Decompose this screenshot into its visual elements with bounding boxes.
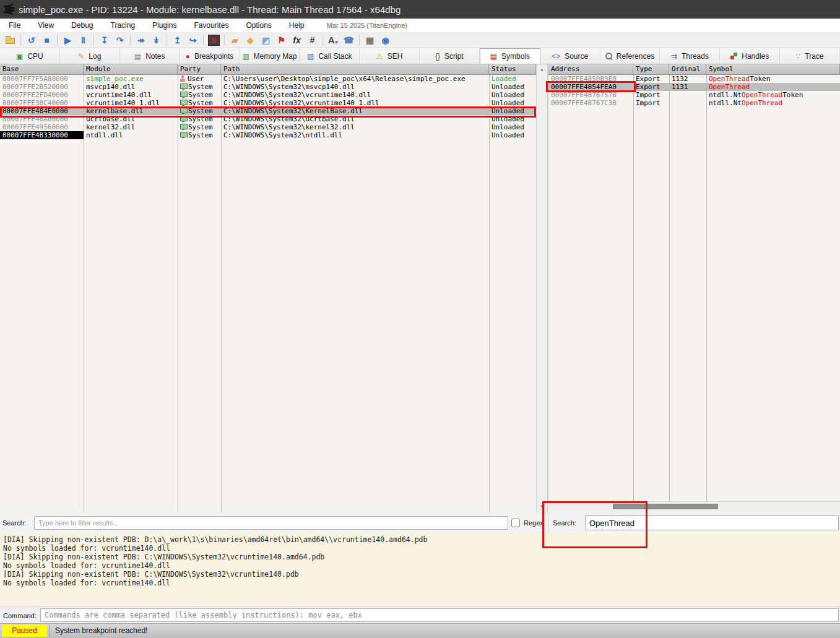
step-over-icon[interactable]: ↷ [112,34,128,46]
log-line: No symbols loaded for: vcruntime140.dll [3,544,837,553]
tab-seh[interactable]: ⚠SEH [360,48,420,64]
column-separator [489,75,490,512]
stop-icon[interactable]: ■ [39,34,54,46]
animate-over-icon[interactable]: ↡ [149,34,164,46]
tab-label: Call Stack [318,52,352,61]
column-header-address: Address [548,64,633,74]
modules-table: BaseModulePartyPathStatus 00007FF7F5A800… [0,64,536,512]
tab-log[interactable]: ✎Log [60,48,120,64]
tab-call-stack[interactable]: ▧Call Stack [300,48,360,64]
column-header-ordinal: Ordinal [669,64,706,74]
menu-plugins[interactable]: Plugins [144,19,185,32]
module-row[interactable]: 00007FFE4B330000ntdll.dllSystemC:\WINDOW… [0,131,536,139]
tab-references[interactable]: References [600,48,660,64]
open-file-icon[interactable] [2,34,18,46]
module-name: simple_poc.exe [84,75,178,83]
calculator-icon[interactable]: ▦ [362,34,378,46]
symbol-row[interactable]: 00007FFE48767578Importntdll.NtOpenThread… [548,91,840,99]
symbol-row[interactable]: 00007FFE4850B9E0Export1132OpenThreadToke… [548,75,840,83]
system-icon [180,132,186,138]
toolbar-separator [57,35,58,46]
module-row[interactable]: 00007FFE48A00000ucrtbase.dllSystemC:\WIN… [0,115,536,123]
module-search-input[interactable] [34,516,508,530]
menu-debug[interactable]: Debug [63,19,102,32]
column-separator [221,75,222,512]
function-icon[interactable]: fx [289,34,305,46]
tab-script[interactable]: {}Script [420,48,480,64]
symbols-table-body: 00007FFE4850B9E0Export1132OpenThreadToke… [548,75,840,107]
module-name: ucrtbase.dll [84,115,178,123]
comment-icon[interactable]: ◆ [243,34,258,46]
module-status: Unloaded [489,107,536,115]
module-row[interactable]: 00007FFE2FD40000vcruntime140.dllSystemC:… [0,91,536,99]
settings-icon[interactable]: S [208,35,220,46]
browser-icon[interactable]: ◉ [378,34,393,46]
title-bar: simple_poc.exe - PID: 13224 - Module: ke… [0,0,840,19]
menu-favourites[interactable]: Favourites [185,19,237,32]
modules-vertical-scrollbar[interactable]: ▲ ▼ [536,64,548,512]
column-separator [633,75,634,501]
module-row[interactable]: 00007FFE2B520000msvcp140.dllSystemC:\WIN… [0,83,536,91]
animate-into-icon[interactable]: ↠ [133,34,149,46]
attach-icon[interactable]: ☎ [341,34,357,46]
tab-handles[interactable]: Handles [720,48,780,64]
tab-symbols[interactable]: ▤Symbols [480,48,540,64]
module-path: C:\WINDOWS\System32\ucrtbase.dll [221,115,489,123]
assembler-icon[interactable]: A₂ [326,34,341,46]
scroll-up-icon[interactable]: ▲ [537,66,547,74]
module-name: ntdll.dll [84,131,178,139]
search-match: OpenThread [742,91,782,99]
tab-trace[interactable]: ∵Trace [780,48,840,64]
step-into-icon[interactable]: ↧ [97,34,112,46]
regex-checkbox[interactable] [511,519,520,527]
tab-source[interactable]: <>Source [540,48,600,64]
restart-icon[interactable]: ↺ [24,34,39,46]
command-label: Command: [3,612,37,619]
toolbar-separator [167,35,167,46]
system-icon [180,84,186,90]
status-badge: Paused [2,625,47,637]
menu-view[interactable]: View [29,19,63,32]
source-icon: <> [552,53,560,60]
symbol-row[interactable]: 00007FFE4854FEA0Export1131OpenThread [548,83,840,91]
bookmark-icon[interactable]: ⚑ [274,34,289,46]
menu-tracing[interactable]: Tracing [102,19,144,32]
symbol-text: Token [782,91,803,99]
module-name: kernel32.dll [84,123,178,131]
run-to-user-code-icon[interactable]: ↪ [185,34,201,46]
menu-help[interactable]: Help [280,19,313,32]
scroll-down-icon[interactable]: ▼ [537,502,547,511]
run-icon[interactable]: ▶ [60,34,76,46]
symbol-address: 00007FFE48767578 [548,91,633,99]
patch-icon[interactable]: ▰ [227,34,243,46]
x64dbg-window: simple_poc.exe - PID: 13224 - Module: ke… [0,0,840,638]
tab-breakpoints[interactable]: ●Breakpoints [180,48,240,64]
execute-till-return-icon[interactable]: ↥ [170,34,185,46]
symbol-address: 00007FFE4854FEA0 [548,83,633,91]
symbols-horizontal-scrollbar[interactable] [548,501,840,511]
tab-label: Log [89,52,101,61]
module-row[interactable]: 00007FFE38C40000vcruntime140_1.dllSystem… [0,99,536,107]
menu-options[interactable]: Options [237,19,280,32]
modules-table-body: 00007FF7F5A80000simple_poc.exeUserC:\Use… [0,75,536,139]
tab-cpu[interactable]: ▣CPU [0,48,60,64]
module-row[interactable]: 00007FFE484E0000kernelbase.dllSystemC:\W… [0,107,536,115]
tab-threads[interactable]: ⇉Threads [660,48,720,64]
command-input[interactable] [40,608,839,622]
pause-icon[interactable]: Ⅱ [76,34,91,46]
label-icon[interactable]: ◩ [258,34,274,46]
tab-memory-map[interactable]: ▥Memory Map [240,48,300,64]
column-header-path: Path [221,64,489,74]
symbol-row[interactable]: 00007FFE48767C38Importntdll.NtOpenThread [548,99,840,107]
column-separator [84,75,84,512]
symbol-name: ntdll.NtOpenThread [706,99,840,107]
tab-label: References [617,52,654,61]
symbol-search-input[interactable] [585,515,839,530]
hash-icon[interactable]: # [305,34,320,46]
tab-notes[interactable]: ▤Notes [120,48,180,64]
module-row[interactable]: 00007FFE49560000kernel32.dllSystemC:\WIN… [0,123,536,131]
scrollbar-thumb[interactable] [613,504,718,509]
module-row[interactable]: 00007FF7F5A80000simple_poc.exeUserC:\Use… [0,75,536,83]
menu-file[interactable]: File [0,19,29,32]
status-bar: Paused System breakpoint reached! [0,623,840,638]
